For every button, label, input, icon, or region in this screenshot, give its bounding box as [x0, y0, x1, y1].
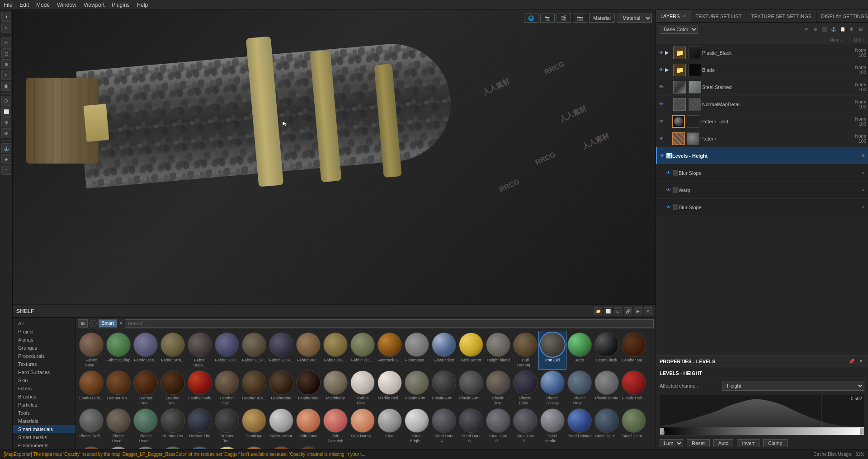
layer-eye-plastic-black[interactable]: 👁	[658, 49, 665, 56]
layer-eye-blade[interactable]: 👁	[658, 66, 665, 74]
layer-eye-pattern[interactable]: 👁	[658, 135, 665, 142]
menu-file[interactable]: File	[4, 2, 12, 8]
mat-steel-dark[interactable]: Steel Dark A...	[430, 407, 458, 445]
layer-grid-icon[interactable]: ⊞	[857, 26, 864, 33]
layer-paint-icon[interactable]: ✏	[803, 26, 810, 33]
menu-plugins[interactable]: Plugins	[112, 2, 129, 8]
mat-latex-black[interactable]: Latex Black	[593, 331, 620, 369]
mat-fabric-bur[interactable]: Fabric Burlap	[105, 331, 132, 369]
viewport-mode-select[interactable]: Material	[617, 14, 652, 23]
viewport-icon-render[interactable]: 📷	[540, 14, 555, 23]
layer-row-blur-slope-1[interactable]: 👁 ⬛ Blur Slope ✕	[656, 164, 868, 182]
layer-eye-normal-map-detail[interactable]: 👁	[658, 101, 665, 108]
shelf-cat-materials[interactable]: Materials	[13, 417, 75, 425]
layer-row-blur-slope-2[interactable]: 👁 ⬛ Blur Slope ✕	[656, 199, 868, 216]
mat-steel-dark-s[interactable]: Steel Dark S...	[458, 407, 485, 445]
mat-leather-fin[interactable]: Leather Fin...	[78, 369, 105, 407]
menu-window[interactable]: Window	[57, 2, 76, 8]
mat-wax-candle[interactable]: Wax Candle	[213, 445, 241, 449]
mat-steel-bright[interactable]: Steel Bright...	[403, 407, 430, 445]
layer-mask-icon[interactable]: ⬛	[821, 26, 828, 33]
viewport-icon-screenshot[interactable]: 📷	[573, 14, 587, 23]
layer-eye-blur-slope-2[interactable]: 👁	[665, 204, 672, 211]
mat-hull-damage[interactable]: Hull Damag...	[512, 331, 539, 369]
mat-fabric-ulcp2[interactable]: Fabric UCP...	[241, 331, 268, 369]
menu-edit[interactable]: Edit	[19, 2, 29, 8]
shelf-close[interactable]: ✕	[644, 307, 652, 315]
mat-fabric-base[interactable]: Fabric Base...	[78, 331, 105, 369]
layer-close-blur-slope-2[interactable]: ✕	[860, 204, 866, 211]
shelf-cat-hard-surfaces[interactable]: Hard Surfaces	[13, 368, 75, 376]
auto-btn[interactable]: Auto	[713, 439, 734, 447]
menu-help[interactable]: Help	[137, 2, 148, 8]
layer-close-warp[interactable]: ✕	[860, 187, 866, 193]
shelf-cat-alphas[interactable]: Alphas	[13, 336, 75, 344]
mat-leather-da[interactable]: Leather Da...	[620, 331, 647, 369]
mat-fabric-sup[interactable]: Fabric Supe...	[186, 331, 213, 369]
mat-steel-painted2[interactable]: Steel Paint...	[593, 407, 620, 445]
mat-rubber-dry[interactable]: Rubber Dry	[159, 407, 186, 445]
tab-layers-close[interactable]: ✕	[683, 14, 686, 19]
filter-circle[interactable]: ○	[90, 320, 97, 327]
mat-silver[interactable]: Silver Armor	[268, 407, 295, 445]
layer-row-blade[interactable]: 👁 ▶ 📁 Blade Norm 100	[656, 61, 868, 79]
mat-steel-rust[interactable]: Steel Rust S...	[78, 445, 105, 449]
menu-viewport[interactable]: Viewport	[84, 2, 104, 8]
mat-leather-we[interactable]: Leather We...	[241, 369, 268, 407]
tool-fill[interactable]: ▣	[1, 81, 11, 91]
tool-paint[interactable]: ✏	[1, 37, 11, 47]
mat-steel-painted3[interactable]: Steel Paint...	[620, 407, 647, 445]
tool-anchor[interactable]: ⚓	[1, 143, 11, 153]
mat-plastic-matte[interactable]: Plastic Matte	[593, 369, 620, 407]
layer-expand-plastic-black[interactable]: ▶	[665, 50, 671, 56]
mat-fabric-ulcp[interactable]: Fabric UCP...	[213, 331, 241, 369]
shelf-cat-particles[interactable]: Particles	[13, 401, 75, 409]
tool-polygon[interactable]: ⬡	[1, 96, 11, 106]
shelf-icon-save[interactable]: ⊡	[614, 307, 622, 315]
mat-leather-sofa[interactable]: Leather Sofa	[186, 369, 213, 407]
mat-skin-face[interactable]: Skin Face	[295, 407, 322, 445]
mat-fiberglass[interactable]: Fiberglass ...	[403, 331, 430, 369]
mat-steel-tank[interactable]: Steel Tank P...	[159, 445, 186, 449]
layer-expand-blade[interactable]: ▶	[665, 67, 671, 73]
filter-active-tag[interactable]: Smart	[99, 319, 117, 328]
layer-eye-levels-height[interactable]: 👁	[659, 152, 666, 159]
shelf-cat-project[interactable]: Project	[13, 328, 75, 336]
layer-delete-icon[interactable]: 🗑	[848, 26, 855, 33]
viewport[interactable]: RRCG 人人素材 RRCG 人人素材 人人素材 RRCG 🌐 📷 🎬 📷 Ma…	[13, 10, 656, 304]
mat-iron-old[interactable]: Iron Old	[539, 331, 566, 369]
layer-anchor-icon[interactable]: ⚓	[830, 26, 837, 33]
mat-plastic-used[interactable]: Plastic Used...	[105, 407, 132, 445]
mat-steel-painted[interactable]: Steel Painted	[566, 407, 593, 445]
tool-eye[interactable]: 👁	[1, 128, 11, 138]
mat-rubber-tire2[interactable]: Rubber Tire...	[213, 407, 241, 445]
layer-row-normal-map-detail[interactable]: 👁 NormalMapDetail Norm 100	[656, 96, 868, 113]
mat-leather-ro[interactable]: Leather Ro...	[105, 369, 132, 407]
mat-plastic-arm[interactable]: Plastic Arm...	[430, 369, 458, 407]
mat-glass-visor[interactable]: Glass Visor	[430, 331, 458, 369]
shelf-cat-all[interactable]: All	[13, 319, 75, 328]
layer-row-pattern-tiled[interactable]: 👁 Pattern Tiled Norm 100	[656, 113, 868, 130]
tool-layers[interactable]: ≡	[1, 165, 11, 175]
mat-wood-wal[interactable]: Wood Waln...	[295, 445, 322, 449]
layer-row-pattern[interactable]: 👁 Pattern Norm 100	[656, 130, 868, 147]
shelf-cat-tools[interactable]: Tools	[13, 409, 75, 417]
mat-fabric-dob[interactable]: Fabric Dob...	[132, 331, 159, 369]
mat-plastic-arm-end[interactable]: Plastic Arm...	[403, 369, 430, 407]
mat-plastic-dirty[interactable]: Plastic Dirty...	[485, 369, 512, 407]
tool-select2[interactable]: ⬜	[1, 107, 11, 117]
menu-mode[interactable]: Mode	[36, 2, 50, 8]
shelf-cat-grunges[interactable]: Grunges	[13, 344, 75, 352]
shelf-cat-procedurals[interactable]: Procedurals	[13, 352, 75, 360]
mat-plastic-fake[interactable]: Plastic Fake...	[512, 369, 539, 407]
layer-eye-warp[interactable]: 👁	[665, 187, 672, 194]
layer-row-warp[interactable]: 👁 ⬛ Warp ✕	[656, 182, 868, 199]
layer-row-steel-stained[interactable]: 👁 Steel Stained Norm 100	[656, 79, 868, 96]
mat-fabric-wo[interactable]: Fabric WO...	[295, 331, 322, 369]
mat-plastic-rub[interactable]: Plastic Rub...	[620, 369, 647, 407]
mat-fasttrack[interactable]: Fasttrack G...	[376, 331, 403, 369]
shelf-cat-filters[interactable]: Filters	[13, 384, 75, 393]
mat-wood-beec[interactable]: Wood Beec...	[241, 445, 268, 449]
tab-layers[interactable]: LAYERS ✕	[656, 10, 691, 22]
layer-row-plastic-black[interactable]: 👁 ▶ 📁 Plastic_Black Norm 100	[656, 44, 868, 61]
